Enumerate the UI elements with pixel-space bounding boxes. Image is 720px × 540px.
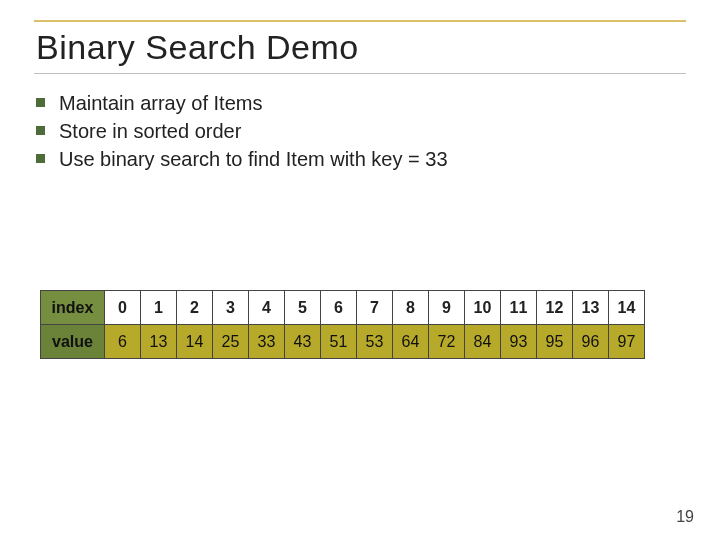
value-cell: 51 bbox=[321, 325, 357, 359]
index-cell: 11 bbox=[501, 291, 537, 325]
value-cell: 95 bbox=[537, 325, 573, 359]
value-cell: 97 bbox=[609, 325, 645, 359]
array-table-wrap: index 0 1 2 3 4 5 6 7 8 9 10 11 12 13 14… bbox=[40, 290, 686, 359]
index-cell: 3 bbox=[213, 291, 249, 325]
slide: Binary Search Demo Maintain array of Ite… bbox=[0, 0, 720, 540]
index-cell: 13 bbox=[573, 291, 609, 325]
title-rule-top bbox=[34, 20, 686, 22]
list-item: Maintain array of Items bbox=[36, 90, 686, 116]
index-cell: 14 bbox=[609, 291, 645, 325]
bullet-list: Maintain array of Items Store in sorted … bbox=[36, 90, 686, 172]
value-cell: 72 bbox=[429, 325, 465, 359]
value-cell: 96 bbox=[573, 325, 609, 359]
list-item: Store in sorted order bbox=[36, 118, 686, 144]
index-cell: 1 bbox=[141, 291, 177, 325]
bullet-text: Store in sorted order bbox=[59, 118, 241, 144]
value-cell: 53 bbox=[357, 325, 393, 359]
index-cell: 10 bbox=[465, 291, 501, 325]
page-title: Binary Search Demo bbox=[34, 24, 686, 73]
table-row-value: value 6 13 14 25 33 43 51 53 64 72 84 93… bbox=[41, 325, 645, 359]
list-item: Use binary search to find Item with key … bbox=[36, 146, 686, 172]
index-cell: 9 bbox=[429, 291, 465, 325]
row-header-value: value bbox=[41, 325, 105, 359]
value-cell: 93 bbox=[501, 325, 537, 359]
page-number: 19 bbox=[676, 508, 694, 526]
value-cell: 33 bbox=[249, 325, 285, 359]
array-table: index 0 1 2 3 4 5 6 7 8 9 10 11 12 13 14… bbox=[40, 290, 645, 359]
index-cell: 8 bbox=[393, 291, 429, 325]
value-cell: 6 bbox=[105, 325, 141, 359]
index-cell: 0 bbox=[105, 291, 141, 325]
index-cell: 5 bbox=[285, 291, 321, 325]
title-block: Binary Search Demo bbox=[34, 20, 686, 74]
index-cell: 6 bbox=[321, 291, 357, 325]
bullet-icon bbox=[36, 126, 45, 135]
bullet-icon bbox=[36, 154, 45, 163]
value-cell: 14 bbox=[177, 325, 213, 359]
value-cell: 13 bbox=[141, 325, 177, 359]
value-cell: 64 bbox=[393, 325, 429, 359]
row-header-index: index bbox=[41, 291, 105, 325]
value-cell: 25 bbox=[213, 325, 249, 359]
value-cell: 43 bbox=[285, 325, 321, 359]
index-cell: 4 bbox=[249, 291, 285, 325]
index-cell: 12 bbox=[537, 291, 573, 325]
index-cell: 2 bbox=[177, 291, 213, 325]
value-cell: 84 bbox=[465, 325, 501, 359]
table-row-index: index 0 1 2 3 4 5 6 7 8 9 10 11 12 13 14 bbox=[41, 291, 645, 325]
title-rule-bottom bbox=[34, 73, 686, 74]
bullet-text: Use binary search to find Item with key … bbox=[59, 146, 448, 172]
bullet-icon bbox=[36, 98, 45, 107]
index-cell: 7 bbox=[357, 291, 393, 325]
bullet-text: Maintain array of Items bbox=[59, 90, 262, 116]
